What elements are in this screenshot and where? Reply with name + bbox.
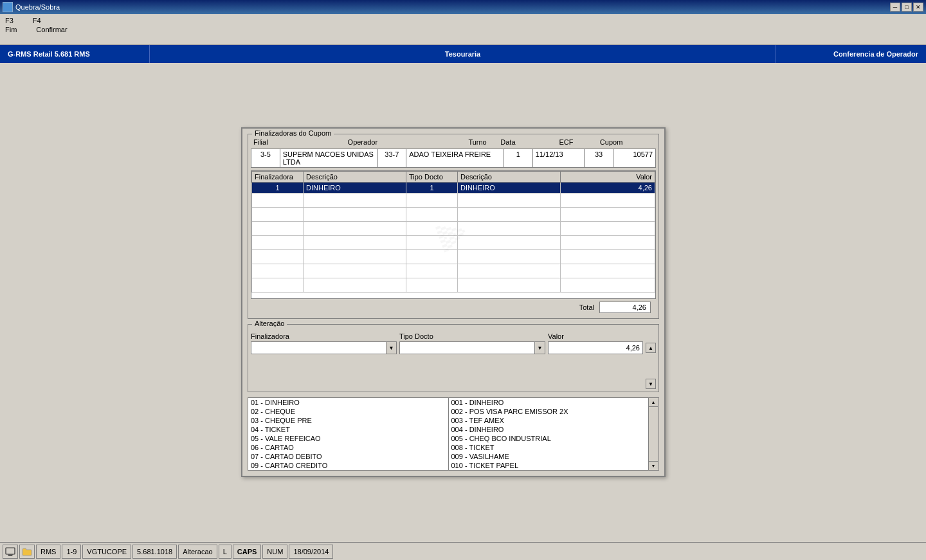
filial-name-value: SUPERM NACOES UNIDAS LTDA	[280, 149, 378, 168]
td-option-5[interactable]: 005 - CHEQ BCO INDUSTRIAL	[449, 434, 649, 443]
table-row[interactable]: 1 DINHEIRO 1 DINHEIRO 4,26	[252, 183, 655, 194]
filial-label: Filial	[251, 137, 345, 147]
table-body: 1 DINHEIRO 1 DINHEIRO 4,26	[252, 183, 655, 293]
td-option-2[interactable]: 002 - POS VISA PARC EMISSOR 2X	[449, 407, 649, 416]
app-icon	[3, 2, 13, 12]
session-status: 1-9	[62, 545, 81, 559]
f3-action-label[interactable]: Fim	[5, 26, 17, 33]
total-row: Total 4,26	[251, 299, 656, 316]
finalizadoras-table-container: ⫸ Finalizadora Descrição Tipo Docto Desc…	[251, 170, 656, 299]
table-row-empty	[252, 264, 655, 278]
folder-svg	[22, 547, 32, 556]
toolbar: F3 F4 Fim Confirmar	[0, 14, 926, 45]
alteracao-fields: Finalizadora ▼ Tipo Docto ▼ Valo	[251, 327, 656, 389]
table-header: Finalizadora Descrição Tipo Docto Descri…	[252, 172, 655, 183]
valor-input[interactable]	[548, 341, 643, 354]
td-option-6[interactable]: 008 - TICKET	[449, 443, 649, 452]
finalizadora-dropdown[interactable]: ▼	[251, 341, 397, 354]
finalizadora-dropdown-btn[interactable]: ▼	[386, 341, 397, 354]
alteracao-section-label: Alteração	[252, 320, 287, 327]
finalizadoras-table: Finalizadora Descrição Tipo Docto Descri…	[251, 171, 655, 293]
table-row-empty	[252, 236, 655, 250]
svg-rect-0	[6, 548, 15, 554]
rms-status: RMS	[36, 545, 60, 559]
tipo-docto-scrollbar: ▲ ▼	[649, 397, 659, 471]
col-finalizadora: Finalizadora	[252, 172, 304, 183]
tipo-docto-list-content: 001 - DINHEIRO 002 - POS VISA PARC EMISS…	[449, 398, 649, 470]
f4-key-label: F4	[33, 17, 41, 24]
cell-tipo-descricao: DINHEIRO	[458, 183, 561, 194]
finalizadora-field-label: Finalizadora	[251, 332, 397, 340]
toolbar-row1: F3 F4	[5, 17, 921, 24]
operador-name-value: ADAO TEIXEIRA FREIRE	[406, 149, 504, 168]
tipo-docto-input[interactable]	[399, 341, 535, 354]
finalizadora-field-group: Finalizadora ▼	[251, 332, 397, 354]
f3-key-label: F3	[5, 17, 14, 24]
main-panel: Finalizadoras do Cupom Filial Operador T…	[241, 127, 666, 477]
filial-code-value: 3-5	[251, 149, 280, 168]
fin-option-6[interactable]: 06 - CARTAO	[248, 443, 448, 452]
turno-value: 1	[504, 149, 533, 168]
table-row-empty	[252, 278, 655, 293]
col-tipo-docto: Tipo Docto	[406, 172, 458, 183]
tipo-docto-dropdown-btn[interactable]: ▼	[535, 341, 545, 354]
fin-option-5[interactable]: 05 - VALE REFEICAO	[248, 434, 448, 443]
folder-icon	[19, 545, 35, 559]
operador-label: Operador	[345, 137, 457, 147]
cell-finalizadora: 1	[252, 183, 304, 194]
finalizadoras-section: Finalizadoras do Cupom Filial Operador T…	[248, 134, 659, 319]
cupom-label: Cupom	[597, 137, 656, 147]
td-option-1[interactable]: 001 - DINHEIRO	[449, 398, 649, 407]
scroll-up-btn[interactable]: ▲	[646, 343, 656, 353]
table-row-empty	[252, 208, 655, 222]
fin-option-7[interactable]: 07 - CARTAO DEBITO	[248, 452, 448, 461]
tipo-docto-field-label: Tipo Docto	[399, 332, 545, 340]
total-label: Total	[579, 303, 594, 311]
tipo-docto-field-group: Tipo Docto ▼	[399, 332, 545, 354]
fin-option-4[interactable]: 04 - TICKET	[248, 425, 448, 434]
fin-option-2[interactable]: 02 - CHEQUE	[248, 407, 448, 416]
finalizadoras-section-label: Finalizadoras do Cupom	[252, 129, 334, 137]
col-valor: Valor	[561, 172, 655, 183]
td-scroll-down[interactable]: ▼	[649, 461, 658, 470]
scrollbar-area: ▲ ▼	[646, 343, 656, 389]
col-tipo-descricao: Descrição	[458, 172, 561, 183]
menubar-left-label: G-RMS Retail 5.681 RMS	[0, 45, 150, 63]
maximize-button[interactable]: □	[902, 3, 912, 12]
menubar: G-RMS Retail 5.681 RMS Tesouraria Confer…	[0, 45, 926, 63]
date-status: 18/09/2014	[289, 545, 333, 559]
ecf-label: ECF	[556, 137, 597, 147]
td-option-7[interactable]: 009 - VASILHAME	[449, 452, 649, 461]
f4-action-label[interactable]: Confirmar	[36, 26, 67, 33]
tipo-docto-dropdown[interactable]: ▼	[399, 341, 545, 354]
cupom-value: 10577	[613, 149, 656, 168]
cell-tipo-docto: 1	[406, 183, 458, 194]
indicator-status: L	[219, 545, 232, 559]
cell-descricao: DINHEIRO	[304, 183, 406, 194]
td-option-3[interactable]: 003 - TEF AMEX	[449, 416, 649, 425]
td-option-8[interactable]: 010 - TICKET PAPEL	[449, 461, 649, 470]
td-option-4[interactable]: 004 - DINHEIRO	[449, 425, 649, 434]
main-area: Finalizadoras do Cupom Filial Operador T…	[0, 63, 926, 542]
fin-option-3[interactable]: 03 - CHEQUE PRE	[248, 416, 448, 425]
menubar-right-label: Conferencia de Operador	[776, 45, 926, 63]
fin-option-1[interactable]: 01 - DINHEIRO	[248, 398, 448, 407]
col-descricao: Descrição	[304, 172, 406, 183]
toolbar-row2: Fim Confirmar	[5, 26, 921, 33]
monitor-icon	[3, 545, 18, 559]
scroll-down-btn[interactable]: ▼	[646, 379, 656, 389]
status-bar: RMS 1-9 VGTUCOPE 5.681.1018 Alteracao L …	[0, 542, 926, 560]
minimize-button[interactable]: ─	[890, 3, 900, 12]
td-scrollbar-track	[649, 407, 658, 461]
td-scroll-up[interactable]: ▲	[649, 398, 658, 407]
header-labels-row: Filial Operador Turno Data ECF Cupom	[251, 137, 656, 147]
operador-code-value: 33-7	[378, 149, 407, 168]
finalizadora-input[interactable]	[251, 341, 386, 354]
close-button[interactable]: ✕	[913, 3, 923, 12]
user-status: VGTUCOPE	[82, 545, 131, 559]
monitor-svg	[5, 547, 15, 556]
scrollbar-track	[646, 353, 656, 379]
total-value: 4,26	[599, 302, 651, 313]
valor-field-label: Valor	[548, 332, 643, 340]
fin-option-8[interactable]: 09 - CARTAO CREDITO	[248, 461, 448, 470]
